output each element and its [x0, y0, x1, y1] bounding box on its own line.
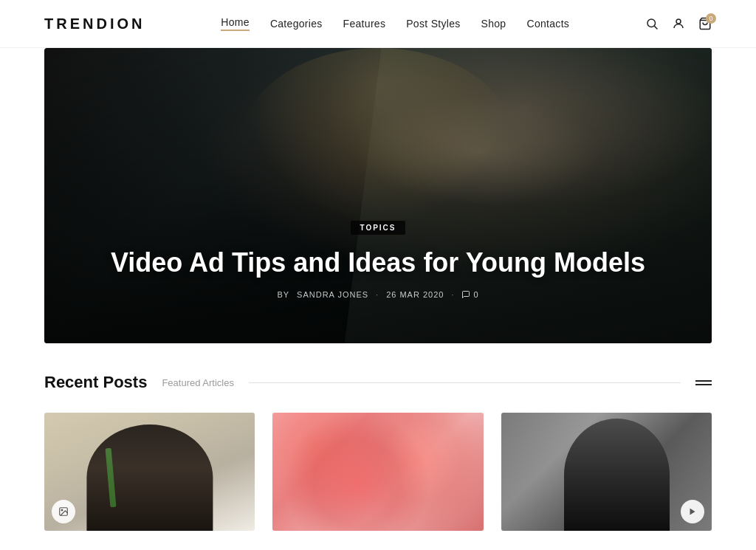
gallery-icon — [52, 500, 75, 523]
hero-comments: 0 — [461, 290, 478, 299]
post-card-image-3 — [501, 413, 712, 531]
hero-meta-separator2: · — [451, 290, 454, 299]
section-header: Recent Posts Featured Articles — [44, 373, 712, 392]
menu-line-1 — [695, 380, 712, 382]
hero-author-prefix: BY — [277, 290, 289, 299]
hero-date: 26 MAR 2020 — [386, 290, 444, 299]
site-logo[interactable]: TRENDION — [44, 16, 145, 32]
posts-grid — [44, 413, 712, 531]
nav-home[interactable]: Home — [221, 16, 250, 31]
recent-posts-section: Recent Posts Featured Articles — [0, 343, 756, 550]
nav-contacts[interactable]: Contacts — [526, 18, 569, 30]
hero-hair-detail — [244, 48, 512, 225]
menu-line-2 — [695, 384, 712, 385]
post-card-image-1 — [44, 413, 255, 531]
cart-button[interactable]: 0 — [698, 17, 712, 30]
hero-title: Video Ad Tips and Ideas for Young Models — [74, 247, 682, 278]
nav-categories[interactable]: Categories — [270, 18, 323, 30]
svg-point-0 — [647, 19, 656, 27]
svg-marker-6 — [690, 509, 695, 515]
svg-point-2 — [676, 19, 681, 24]
hero-comment-count: 0 — [473, 290, 478, 299]
hero-banner: TOPICS Video Ad Tips and Ideas for Young… — [44, 48, 712, 343]
svg-point-5 — [61, 509, 63, 511]
hero-meta: BY SANDRA JONES · 26 MAR 2020 · 0 — [74, 290, 682, 299]
post-image-bg-2 — [272, 413, 483, 531]
section-menu-icon[interactable] — [695, 380, 712, 385]
main-nav: Home Categories Features Post Styles Sho… — [221, 16, 569, 31]
section-title: Recent Posts — [44, 373, 147, 392]
section-tab-featured[interactable]: Featured Articles — [162, 377, 234, 388]
post-card-image-2 — [272, 413, 483, 531]
nav-post-styles[interactable]: Post Styles — [406, 18, 460, 30]
cart-badge: 0 — [706, 13, 716, 24]
header-icons: 0 — [645, 17, 712, 30]
hero-content: TOPICS Video Ad Tips and Ideas for Young… — [44, 220, 712, 299]
section-divider — [249, 382, 681, 383]
hero-topic-badge: TOPICS — [351, 221, 405, 235]
search-button[interactable] — [645, 17, 659, 30]
post-image-bg-1 — [44, 413, 255, 531]
post-card-3[interactable] — [501, 413, 712, 531]
nav-features[interactable]: Features — [343, 18, 386, 30]
post-card-2[interactable] — [272, 413, 483, 531]
hero-meta-separator: · — [376, 290, 379, 299]
hero-author: SANDRA JONES — [297, 290, 368, 299]
play-icon[interactable] — [681, 500, 704, 523]
site-header: TRENDION Home Categories Features Post S… — [0, 0, 756, 48]
nav-shop[interactable]: Shop — [481, 18, 506, 30]
post-card-1[interactable] — [44, 413, 255, 531]
svg-line-1 — [654, 26, 657, 29]
user-button[interactable] — [672, 17, 685, 30]
